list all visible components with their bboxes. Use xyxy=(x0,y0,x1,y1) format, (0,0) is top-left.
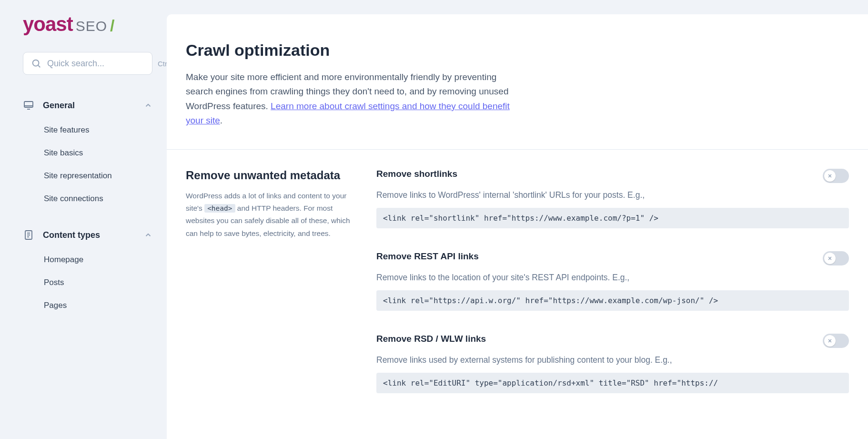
toggle-knob xyxy=(824,253,836,264)
head-code: <head> xyxy=(204,204,235,213)
toggle-knob xyxy=(824,170,836,182)
sidebar-item-homepage[interactable]: Homepage xyxy=(44,248,152,271)
sidebar-item-pages[interactable]: Pages xyxy=(44,294,152,317)
page-header: Crawl optimization Make your site more e… xyxy=(167,14,868,150)
toggle-knob xyxy=(824,335,836,347)
logo-suffix: SEO xyxy=(76,18,107,34)
search-input[interactable] xyxy=(47,59,158,69)
logo-brand: yoast xyxy=(23,14,73,34)
setting-remove-shortlinks: Remove shortlinks Remove links to WordPr… xyxy=(376,169,849,228)
sidebar-item-site-basics[interactable]: Site basics xyxy=(44,142,152,164)
toggle-remove-rest-api[interactable] xyxy=(823,251,849,265)
x-icon xyxy=(828,338,832,343)
code-example: <link rel="shortlink" href="https://www.… xyxy=(376,208,849,228)
sidebar-item-posts[interactable]: Posts xyxy=(44,271,152,294)
nav-group-content-types: Content types Homepage Posts Pages xyxy=(23,225,152,317)
x-icon xyxy=(828,256,832,261)
page-description: Make your site more efficient and more e… xyxy=(186,70,510,128)
svg-rect-2 xyxy=(24,102,33,107)
page-title: Crawl optimization xyxy=(186,41,849,60)
nav-group-header-content-types[interactable]: Content types xyxy=(23,225,152,245)
sidebar: yoast SEO / CtrlK General Site features … xyxy=(0,0,167,439)
setting-remove-rsd-wlw: Remove RSD / WLW links Remove links used… xyxy=(376,334,849,393)
section-remove-metadata: Remove unwanted metadata WordPress adds … xyxy=(167,150,868,436)
x-icon xyxy=(828,174,832,178)
setting-title: Remove shortlinks xyxy=(376,169,457,179)
monitor-icon xyxy=(23,100,34,111)
chevron-up-icon xyxy=(144,101,152,110)
search-box[interactable]: CtrlK xyxy=(23,52,152,75)
svg-point-0 xyxy=(33,60,39,66)
nav-group-label: Content types xyxy=(43,230,100,240)
sidebar-item-site-features[interactable]: Site features xyxy=(44,119,152,142)
logo-slash: / xyxy=(110,16,114,35)
toggle-remove-rsd-wlw[interactable] xyxy=(823,334,849,348)
setting-description: Remove links used by external systems fo… xyxy=(376,354,849,366)
section-title: Remove unwanted metadata xyxy=(186,169,357,182)
toggle-remove-shortlinks[interactable] xyxy=(823,169,849,183)
main-content: Crawl optimization Make your site more e… xyxy=(167,14,868,439)
chevron-up-icon xyxy=(144,231,152,239)
setting-description: Remove links to WordPress' internal 'sho… xyxy=(376,189,849,201)
sidebar-item-site-representation[interactable]: Site representation xyxy=(44,164,152,187)
nav-group-label: General xyxy=(43,101,75,111)
document-icon xyxy=(23,229,34,241)
code-example: <link rel="https://api.w.org/" href="htt… xyxy=(376,290,849,311)
nav-group-header-general[interactable]: General xyxy=(23,95,152,116)
setting-description: Remove links to the location of your sit… xyxy=(376,271,849,284)
svg-line-1 xyxy=(38,65,40,67)
sidebar-item-site-connections[interactable]: Site connections xyxy=(44,187,152,210)
logo: yoast SEO / xyxy=(23,14,152,35)
code-example: <link rel="EditURI" type="application/rs… xyxy=(376,373,849,393)
nav-group-general: General Site features Site basics Site r… xyxy=(23,95,152,210)
setting-title: Remove REST API links xyxy=(376,251,479,262)
setting-remove-rest-api: Remove REST API links Remove links to th… xyxy=(376,251,849,311)
setting-title: Remove RSD / WLW links xyxy=(376,334,486,344)
section-description: WordPress adds a lot of links and conten… xyxy=(186,190,357,240)
search-icon xyxy=(31,58,41,69)
